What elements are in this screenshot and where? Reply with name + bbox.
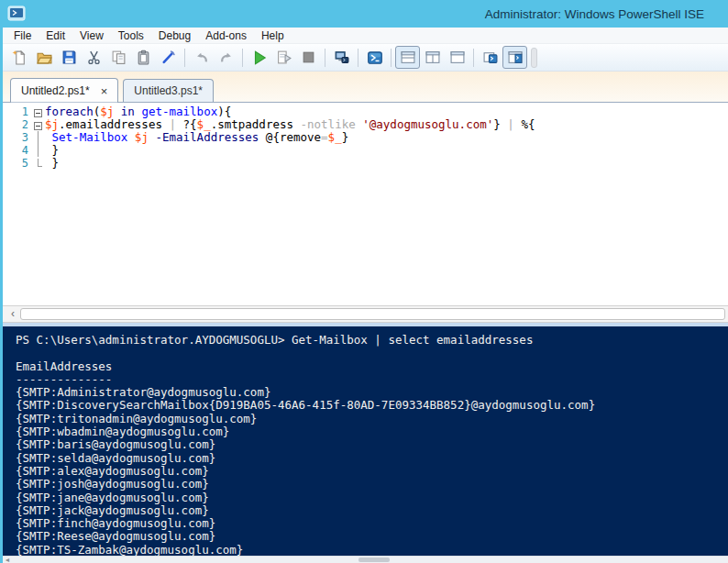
script-pane-maximized-button[interactable] bbox=[445, 46, 469, 69]
run-script-icon bbox=[251, 50, 268, 66]
fold-marker bbox=[32, 157, 45, 170]
menu-tools[interactable]: Tools bbox=[111, 28, 151, 44]
undo-button[interactable] bbox=[189, 46, 214, 69]
window-title: Administrator: Windows PowerShell ISE bbox=[485, 7, 704, 21]
powershell-tab-icon bbox=[482, 50, 499, 65]
code-text: } bbox=[45, 157, 59, 170]
code-text: foreach($j in get-mailbox){ bbox=[45, 105, 231, 118]
scrollbar-thumb[interactable] bbox=[20, 308, 725, 320]
line-number: 4 bbox=[3, 144, 32, 157]
console-line: {SMTP:DiscoverySearchMailbox{D919BA05-46… bbox=[16, 399, 728, 412]
code-text: } bbox=[45, 144, 59, 157]
console-line: {SMTP:Reese@aydogmusoglu.com} bbox=[16, 530, 728, 543]
code-text: Set-Mailbox $j -EmailAddresses @{remove=… bbox=[45, 131, 348, 144]
clear-console-icon bbox=[160, 50, 176, 65]
menubar: FileEditViewToolsDebugAdd-onsHelp bbox=[3, 28, 728, 44]
script-pane-right-button[interactable] bbox=[420, 46, 445, 69]
code-text: $j.emailaddresses | ?{$_.smtpaddress -no… bbox=[45, 118, 535, 131]
script-pane-top-button[interactable] bbox=[395, 46, 420, 69]
scroll-left-icon[interactable]: ◄ bbox=[3, 557, 12, 563]
window-content: FileEditViewToolsDebugAdd-onsHelp bbox=[0, 28, 728, 563]
scrollbar-thumb[interactable] bbox=[358, 557, 390, 562]
scroll-left-icon[interactable]: ‹ bbox=[6, 308, 20, 320]
toolbar bbox=[3, 44, 728, 72]
menu-view[interactable]: View bbox=[72, 28, 111, 44]
console-line: {SMTP:wbadmin@aydogmusoglu.com} bbox=[16, 425, 728, 438]
toolbar-separator bbox=[473, 49, 474, 67]
titlebar: Administrator: Windows PowerShell ISE bbox=[0, 0, 728, 28]
redo-button[interactable] bbox=[214, 46, 238, 69]
save-button[interactable] bbox=[57, 46, 82, 69]
console-line: {SMTP:alex@aydogmusoglu.com} bbox=[16, 465, 728, 478]
cut-button[interactable] bbox=[82, 46, 106, 69]
editor-line: 2$j.emailaddresses | ?{$_.smtpaddress -n… bbox=[3, 118, 728, 131]
console-line: {SMTP:finch@aydogmusoglu.com} bbox=[16, 517, 728, 530]
editor-line: 3 Set-Mailbox $j -EmailAddresses @{remov… bbox=[3, 131, 728, 144]
clear-console-button[interactable] bbox=[156, 46, 181, 69]
console-line: {SMTP:selda@aydogmusoglu.com} bbox=[16, 452, 728, 465]
open-script-icon bbox=[37, 50, 52, 65]
tab-label: Untitled3.ps1* bbox=[134, 84, 203, 97]
tab-untitled2[interactable]: Untitled2.ps1* × bbox=[10, 78, 118, 103]
run-selection-button[interactable] bbox=[271, 46, 296, 69]
console-line: {SMTP:TS-Zambak@aydogmusoglu.com} bbox=[16, 544, 728, 556]
new-remote-powershell-tab-icon bbox=[334, 50, 350, 65]
tab-label: Untitled2.ps1* bbox=[21, 84, 90, 97]
toolbar-separator bbox=[391, 49, 392, 67]
editor-line: 1foreach($j in get-mailbox){ bbox=[3, 105, 728, 118]
open-script-button[interactable] bbox=[32, 46, 57, 69]
show-console-pane-button[interactable] bbox=[502, 46, 527, 69]
toolbar-overflow-grip[interactable] bbox=[531, 48, 537, 68]
redo-icon bbox=[218, 50, 235, 65]
menu-edit[interactable]: Edit bbox=[39, 28, 72, 44]
new-script-button[interactable] bbox=[7, 46, 32, 69]
console-line: {SMTP:jane@aydogmusoglu.com} bbox=[16, 491, 728, 504]
show-console-pane-icon bbox=[507, 50, 524, 65]
menu-file[interactable]: File bbox=[6, 28, 39, 44]
script-pane-right-icon bbox=[425, 50, 441, 65]
fold-marker[interactable] bbox=[32, 118, 45, 131]
editor-line: 5 } bbox=[3, 157, 728, 170]
fold-marker[interactable] bbox=[32, 105, 45, 118]
new-script-icon bbox=[12, 50, 28, 65]
copy-button[interactable] bbox=[106, 46, 131, 69]
fold-marker bbox=[32, 144, 45, 157]
console-line: {SMTP:baris@aydogmusoglu.com} bbox=[16, 438, 728, 451]
menu-addons[interactable]: Add-ons bbox=[198, 28, 254, 44]
script-editor[interactable]: 1foreach($j in get-mailbox){2$j.emailadd… bbox=[3, 103, 728, 305]
save-icon bbox=[61, 50, 77, 65]
line-number: 5 bbox=[3, 157, 32, 170]
console-line: EmailAddresses bbox=[16, 360, 728, 373]
script-pane-maximized-icon bbox=[449, 50, 466, 65]
undo-icon bbox=[193, 50, 210, 65]
console-line: {SMTP:jack@aydogmusoglu.com} bbox=[16, 504, 728, 517]
stop-operation-button[interactable] bbox=[296, 46, 321, 69]
toolbar-separator bbox=[325, 49, 325, 67]
new-remote-powershell-tab-button[interactable] bbox=[329, 46, 354, 69]
line-number: 2 bbox=[3, 118, 32, 131]
line-number: 3 bbox=[3, 131, 32, 144]
menu-debug[interactable]: Debug bbox=[151, 28, 198, 44]
editor-horizontal-scrollbar[interactable]: ‹ bbox=[3, 305, 728, 323]
app-icon bbox=[7, 6, 26, 22]
console-line: PS C:\Users\administrator.AYDOGMUSOGLU> … bbox=[16, 334, 728, 347]
script-pane-top-icon bbox=[400, 50, 416, 65]
console-line: -------------- bbox=[16, 373, 728, 386]
close-icon[interactable]: × bbox=[101, 85, 108, 97]
stop-operation-icon bbox=[301, 50, 316, 65]
cut-icon bbox=[86, 50, 102, 65]
line-number: 1 bbox=[3, 105, 32, 118]
console-line: {SMTP:josh@aydogmusoglu.com} bbox=[16, 478, 728, 491]
menu-help[interactable]: Help bbox=[254, 28, 292, 44]
console-pane[interactable]: PS C:\Users\administrator.AYDOGMUSOGLU> … bbox=[3, 326, 728, 556]
paste-button[interactable] bbox=[131, 46, 156, 69]
start-powershell-icon bbox=[367, 50, 383, 66]
console-horizontal-scrollbar[interactable]: ◄ bbox=[3, 556, 728, 563]
toolbar-separator bbox=[358, 49, 358, 67]
console-line bbox=[16, 347, 728, 359]
tab-untitled3[interactable]: Untitled3.ps1* bbox=[123, 79, 214, 102]
start-powershell-button[interactable] bbox=[362, 46, 387, 69]
tabstrip: Untitled2.ps1* × Untitled3.ps1* bbox=[3, 72, 728, 103]
powershell-tab-button[interactable] bbox=[478, 46, 502, 69]
run-script-button[interactable] bbox=[247, 46, 271, 69]
